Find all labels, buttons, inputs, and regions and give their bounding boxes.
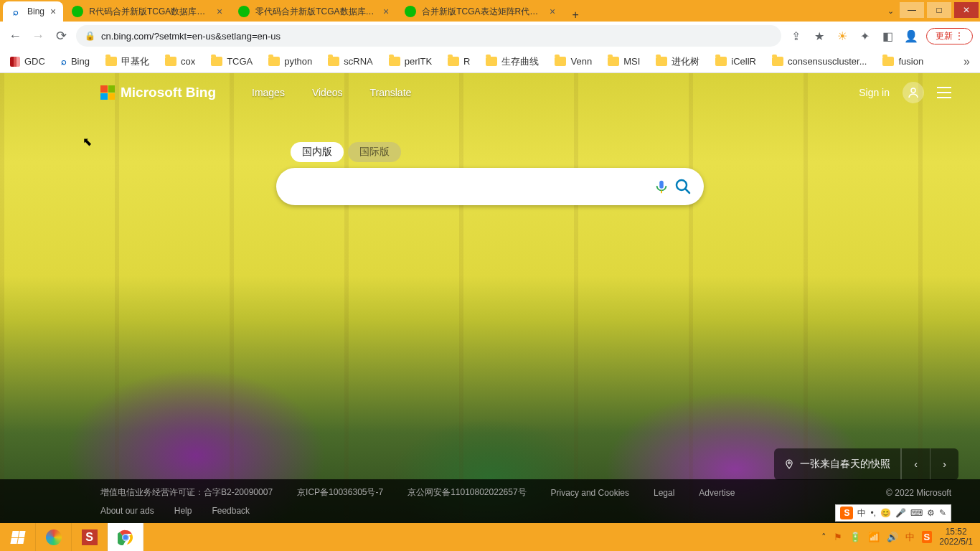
side-panel-icon[interactable]: ◧	[880, 29, 896, 43]
hamburger-menu-icon[interactable]	[937, 87, 951, 98]
carousel-prev-icon[interactable]: ‹	[901, 448, 930, 480]
taskbar-app[interactable]	[36, 523, 72, 551]
tray-chevron-up-icon[interactable]: ˄	[821, 532, 826, 542]
close-icon[interactable]: ×	[550, 6, 555, 17]
back-button[interactable]: ←	[7, 28, 23, 44]
carousel-next-icon[interactable]: ›	[930, 448, 958, 480]
reload-button[interactable]: ⟳	[53, 28, 69, 44]
tabs-dropdown-icon[interactable]: ⌄	[883, 6, 898, 16]
footer-link[interactable]: Feedback	[212, 506, 250, 516]
search-area: 国内版 国际版	[276, 142, 704, 205]
svg-rect-1	[659, 181, 664, 189]
bookmark-folder[interactable]: 进化树	[656, 55, 699, 68]
close-icon[interactable]: ×	[383, 6, 389, 17]
image-caption[interactable]: 一张来自春天的快照	[774, 448, 901, 480]
address-bar[interactable]: 🔒 cn.bing.com/?setmkt=en-us&setlang=en-u…	[76, 25, 781, 47]
folder-icon	[772, 57, 783, 66]
footer-link[interactable]: 增值电信业务经营许可证：合字B2-20090007	[100, 486, 273, 499]
bookmark-folder[interactable]: TCGA	[211, 56, 253, 67]
map-pin-icon	[784, 459, 794, 469]
nav-translate[interactable]: Translate	[369, 87, 411, 98]
sign-in-link[interactable]: Sign in	[859, 87, 890, 98]
bookmark-gdc[interactable]: GDC	[10, 56, 45, 67]
folder-icon	[328, 57, 339, 66]
footer-link[interactable]: 京公网安备11010802022657号	[407, 486, 526, 499]
bookmark-folder[interactable]: MSI	[608, 56, 640, 67]
footer-link[interactable]: Legal	[654, 488, 674, 498]
browser-tab-2[interactable]: 零代码合并新版TCGA数据库RNA ×	[231, 1, 396, 22]
close-window-button[interactable]: ✕	[954, 2, 979, 18]
browser-tab-3[interactable]: 合并新版TCGA表达矩阵R代码系 ×	[397, 1, 562, 22]
extension-icon[interactable]: ☀	[834, 29, 850, 43]
tray-flag-icon[interactable]: ⚑	[834, 532, 842, 542]
bookmark-bing[interactable]: ⌕Bing	[61, 56, 90, 67]
pill-domestic[interactable]: 国内版	[291, 142, 344, 162]
bookmark-star-icon[interactable]: ★	[811, 29, 827, 43]
search-input[interactable]	[291, 180, 651, 193]
start-button[interactable]	[0, 523, 36, 551]
folder-icon	[268, 57, 280, 66]
app-icon	[46, 529, 62, 545]
tab-title: Bing	[27, 6, 44, 17]
tray-ime-icon[interactable]: 中	[905, 531, 915, 544]
microphone-icon[interactable]	[651, 176, 672, 197]
pill-international[interactable]: 国际版	[348, 142, 401, 162]
svg-point-10	[123, 534, 127, 539]
bookmark-folder[interactable]: 甲基化	[105, 55, 149, 68]
profile-icon[interactable]: 👤	[903, 29, 919, 43]
taskbar-app-snagit[interactable]: S	[72, 523, 108, 551]
close-icon[interactable]: ×	[217, 6, 222, 17]
new-tab-button[interactable]: +	[567, 9, 584, 22]
bookmark-folder[interactable]: consensuscluster...	[772, 56, 867, 67]
tab-title: 合并新版TCGA表达矩阵R代码系	[422, 6, 544, 18]
bookmark-folder[interactable]: python	[268, 56, 312, 67]
browser-tab-0[interactable]: ⌕ Bing ×	[3, 1, 63, 22]
bing-logo[interactable]: Microsoft Bing	[100, 85, 216, 100]
ime-mic-icon[interactable]: 🎤	[895, 508, 906, 518]
tab-title: 零代码合并新版TCGA数据库RNA	[255, 6, 377, 18]
taskbar-app-chrome[interactable]	[108, 523, 143, 551]
ime-tool-icon[interactable]: ✎	[939, 508, 946, 518]
minimize-button[interactable]: —	[900, 2, 924, 18]
sogou-ime-bar[interactable]: S 中 •, 😊 🎤 ⌨ ⚙ ✎	[835, 504, 951, 522]
forward-button: →	[30, 28, 46, 44]
image-info-carousel: 一张来自春天的快照 ‹ ›	[774, 448, 958, 480]
footer-link[interactable]: Privacy and Cookies	[551, 488, 629, 498]
sogou-logo-icon: S	[840, 507, 853, 519]
bookmark-folder[interactable]: cox	[165, 56, 195, 67]
ime-punctuation[interactable]: •,	[870, 508, 876, 518]
bookmark-folder[interactable]: iCellR	[715, 56, 756, 67]
footer-link[interactable]: Advertise	[699, 488, 735, 498]
close-icon[interactable]: ×	[50, 6, 56, 17]
bookmark-folder[interactable]: Venn	[555, 56, 592, 67]
share-icon[interactable]: ⇪	[788, 29, 804, 43]
maximize-button[interactable]: □	[927, 2, 951, 18]
footer-link[interactable]: Help	[174, 506, 192, 516]
tray-sogou-icon[interactable]: S	[922, 531, 933, 543]
nav-videos[interactable]: Videos	[312, 87, 343, 98]
microsoft-logo-icon	[100, 85, 115, 100]
tray-battery-icon[interactable]: 🔋	[849, 532, 861, 542]
taskbar-clock[interactable]: 15:52 2022/5/1	[939, 527, 973, 546]
user-avatar-icon[interactable]	[903, 82, 924, 103]
ime-emoji-icon[interactable]: 😊	[880, 508, 891, 518]
tray-volume-icon[interactable]: 🔊	[887, 532, 898, 542]
bookmark-folder[interactable]: 生存曲线	[486, 55, 539, 68]
tray-network-icon[interactable]: 📶	[868, 532, 880, 542]
footer-link[interactable]: 京ICP备10036305号-7	[297, 486, 383, 499]
update-button[interactable]: 更新 ⋮	[926, 28, 973, 44]
search-submit-icon[interactable]	[672, 176, 694, 197]
bookmarks-overflow-icon[interactable]: »	[963, 55, 970, 68]
ime-keyboard-icon[interactable]: ⌨	[910, 508, 923, 518]
bookmark-folder[interactable]: fusion	[882, 56, 923, 67]
footer-link[interactable]: About our ads	[100, 506, 154, 516]
bookmark-folder[interactable]: R	[448, 56, 470, 67]
ime-language[interactable]: 中	[857, 507, 866, 519]
folder-icon	[448, 57, 459, 66]
bookmark-folder[interactable]: scRNA	[328, 56, 372, 67]
bookmark-folder[interactable]: perlTK	[389, 56, 432, 67]
extensions-puzzle-icon[interactable]: ✦	[857, 29, 873, 43]
nav-images[interactable]: Images	[252, 87, 285, 98]
browser-tab-1[interactable]: R代码合并新版TCGA数据库RNA ×	[65, 1, 230, 22]
ime-settings-icon[interactable]: ⚙	[927, 508, 935, 518]
